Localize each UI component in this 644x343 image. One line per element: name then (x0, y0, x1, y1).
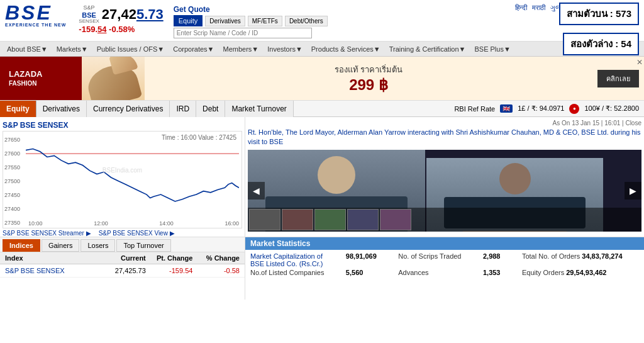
chart-panel: S&P BSE SENSEX Time : 16:00 Value : 2742… (0, 117, 245, 237)
uk-rate: 1£ / ₹: 94.0971 (518, 104, 564, 113)
ad-center-content: รองแท้ ราคาเริ่มต้น 299 ฿ (145, 57, 592, 100)
chart-area: Time : 16:00 Value : 27425 BSEIndia.com … (3, 131, 242, 228)
index-link[interactable]: S&P BSE SENSEX (5, 267, 99, 274)
stat-listed-val: 5,560 (346, 269, 393, 276)
rbi-rate-area: RBI Ref Rate 🇬🇧 1£ / ₹: 94.0971 ● 100¥ /… (449, 104, 644, 114)
tab-currency-derivatives[interactable]: Currency Derivatives (87, 101, 170, 117)
market-tab-row: Equity Derivatives Currency Derivatives … (0, 101, 644, 117)
bse-logo: BSE (5, 3, 66, 23)
main-content: S&P BSE SENSEX Time : 16:00 Value : 2742… (0, 117, 644, 237)
chart-watermark: BSEIndia.com (103, 167, 142, 174)
chart-title: S&P BSE SENSEX (3, 120, 242, 131)
thumb-5[interactable] (380, 209, 411, 230)
news-panel: As On 13 Jan 15 | 16:01 | Close Rt. Hon'… (245, 117, 644, 237)
nav-training[interactable]: Training & Certification▼ (385, 43, 470, 55)
bottom-left-panel: Indices Gainers Losers Top Turnover Inde… (0, 237, 245, 300)
thumb-2[interactable] (282, 209, 313, 230)
col-pctchange-header: % Change (192, 254, 240, 262)
table-row: S&P BSE SENSEX 27,425.73 -159.54 -0.58 (0, 264, 245, 278)
news-image: ◀ ▶ (248, 150, 641, 232)
next-button[interactable]: ▶ (625, 182, 641, 200)
sp-bse-brand: S&P BSE SENSEX (79, 5, 99, 25)
col-index-header: Index (5, 254, 99, 262)
nav-about-bse[interactable]: About BSE▼ (3, 43, 52, 55)
val-pct-change: -0.58 (192, 267, 240, 274)
sensex-change: -159.54 -0.58% (79, 25, 163, 34)
stat-scrips-val: 2,988 (483, 252, 517, 260)
val-current: 27,425.73 (99, 267, 146, 274)
sensex-streamer-link[interactable]: S&P BSE SENSEX Streamer ▶ (3, 230, 91, 237)
stat-orders-area: Total No. of Orders 34,83,78,274 (522, 252, 639, 260)
stat-mktcap-val: 98,91,069 (346, 252, 393, 260)
stat-scrips-label: No. of Scrips Traded (398, 252, 478, 260)
tab-ird[interactable]: IRD (170, 101, 196, 117)
tab-market-turnover[interactable]: Market Turnover (225, 101, 293, 117)
table-header: Index Current Pt. Change % Change (0, 252, 245, 264)
stat-orders-val: 34,83,78,274 (582, 252, 622, 260)
tab-gainers[interactable]: Gainers (42, 239, 80, 252)
thumb-3[interactable] (314, 209, 346, 230)
thumbnails-row (248, 208, 641, 232)
nav-bar: About BSE▼ Markets▼ Public Issues / OFS▼… (0, 42, 644, 57)
ad-banner: LAZADA FASHION รองแท้ ราคาเริ่มต้น 299 ฿… (0, 57, 644, 101)
equity-tab-active[interactable]: Equity (174, 15, 203, 26)
uk-flag: 🇬🇧 (500, 104, 513, 113)
stats-grid: Market Capitalization ofBSE Listed Co. (… (245, 250, 644, 279)
nav-markets[interactable]: Markets▼ (52, 43, 92, 55)
nav-public-issues[interactable]: Public Issues / OFS▼ (92, 43, 169, 55)
news-text: Rt. Hon'ble, The Lord Mayor, Alderman Al… (248, 128, 641, 147)
sensex-view-link[interactable]: S&P BSE SENSEX View ▶ (99, 230, 175, 237)
stat-advances-val: 1,353 (483, 269, 517, 276)
mf-etfs-tab[interactable]: MF/ETFs (248, 16, 282, 26)
chart-links: S&P BSE SENSEX Streamer ▶ S&P BSE SENSEX… (3, 228, 242, 238)
lang-marathi[interactable]: मराठी (532, 4, 545, 12)
ad-left-brand: LAZADA FASHION (0, 57, 82, 100)
chart-time-label: Time : 16:00 Value : 27425 (162, 134, 236, 141)
derivatives-tab[interactable]: Derivatives (205, 16, 245, 26)
stats-header: Market Statistics (245, 237, 644, 250)
tab-derivatives[interactable]: Derivatives (36, 101, 87, 117)
debt-others-tab[interactable]: Debt/Others (285, 16, 328, 26)
nav-investors[interactable]: Investors▼ (263, 43, 307, 55)
nav-bse-plus[interactable]: BSE Plus▼ (470, 43, 514, 55)
tab-indices[interactable]: Indices (3, 239, 40, 252)
ad-close-icon[interactable]: ✕ (636, 58, 643, 67)
tab-losers[interactable]: Losers (80, 239, 115, 252)
date-line: As On 13 Jan 15 | 16:01 | Close (248, 120, 641, 127)
stat-mktcap-label[interactable]: Market Capitalization ofBSE Listed Co. (… (250, 252, 341, 267)
stat-orders-label: Total No. of Orders (522, 252, 582, 260)
thumb-1[interactable] (249, 209, 280, 230)
tab-equity[interactable]: Equity (0, 101, 36, 117)
nav-corporates[interactable]: Corporates▼ (169, 43, 218, 55)
annotation-bottom-box: สองตัวล่าง : 54 (563, 33, 639, 55)
tab-top-turnover[interactable]: Top Turnover (116, 239, 170, 252)
annotation-top-box: สามตัวบน : 573 (559, 3, 639, 25)
tab-debt[interactable]: Debt (196, 101, 225, 117)
logo-tagline: EXPERIENCE THE NEW (5, 23, 66, 27)
jp-rate: 100¥ / ₹: 52.2800 (584, 104, 639, 113)
logo-area: BSE EXPERIENCE THE NEW (5, 3, 66, 27)
nav-members[interactable]: Members▼ (219, 43, 264, 55)
thumb-4[interactable] (347, 209, 379, 230)
nav-products-services[interactable]: Products & Services▼ (307, 43, 385, 55)
val-pt-change: -159.54 (146, 267, 193, 274)
stat-equity-orders-label: Equity Orders (522, 269, 564, 276)
chart-svg (26, 137, 239, 218)
col-ptchange-header: Pt. Change (146, 254, 193, 262)
stat-listed-label: No.of Listed Companies (250, 269, 341, 276)
bottom-right-panel: Market Statistics Market Capitalization … (245, 237, 644, 300)
stat-advances-label: Advances (398, 269, 478, 276)
jp-flag: ● (569, 104, 579, 114)
ad-shoe-area (82, 57, 145, 100)
ad-cta-button[interactable]: คลิกเลย (597, 70, 639, 87)
rbi-label: RBI Ref Rate (454, 105, 495, 113)
scrip-input[interactable] (174, 28, 312, 38)
lang-hindi[interactable]: हिन्दी (515, 4, 527, 12)
stat-equity-orders-area: Equity Orders 29,54,93,462 (522, 269, 639, 276)
get-quote-button[interactable]: Get Quote (174, 5, 210, 14)
sensex-value: 27,425.73 (102, 6, 164, 23)
prev-button[interactable]: ◀ (248, 182, 265, 200)
sensex-area: S&P BSE SENSEX 27,425.73 -159.54 -0.58% (79, 5, 163, 34)
small-tabs-row: Indices Gainers Losers Top Turnover (0, 237, 245, 252)
stat-equity-orders-val: 29,54,93,462 (566, 269, 606, 276)
